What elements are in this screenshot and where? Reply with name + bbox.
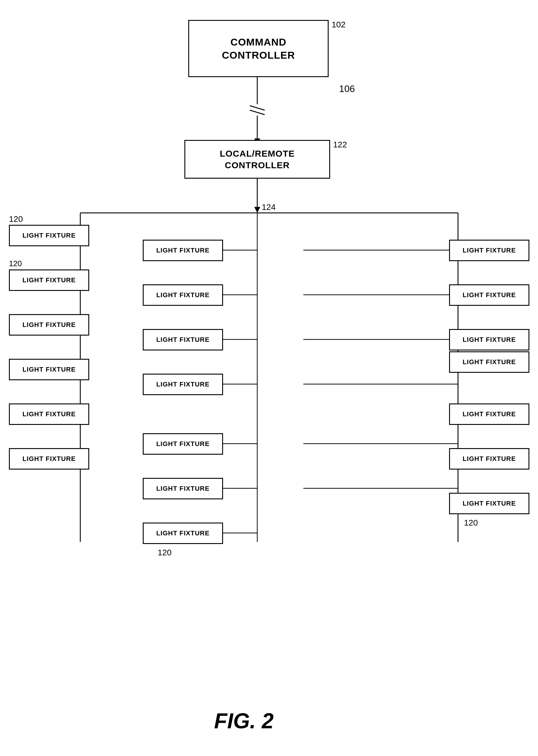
ref-120-left-top: 120 bbox=[9, 215, 23, 224]
command-controller-box: COMMAND CONTROLLER bbox=[188, 20, 329, 77]
ref-106: 106 bbox=[339, 83, 355, 94]
center-fixture-6: LIGHT FIXTURE bbox=[143, 478, 223, 499]
local-remote-label: LOCAL/REMOTE CONTROLLER bbox=[220, 148, 295, 171]
ref-120-left-second: 120 bbox=[9, 259, 22, 268]
svg-line-2 bbox=[250, 110, 265, 115]
right-fixture-4: LIGHT FIXTURE bbox=[449, 351, 529, 373]
diagram: COMMAND CONTROLLER 102 106 LOCAL/REMOTE … bbox=[0, 0, 538, 756]
center-fixture-7: LIGHT FIXTURE bbox=[143, 523, 223, 544]
center-fixture-5: LIGHT FIXTURE bbox=[143, 433, 223, 455]
left-fixture-3: LIGHT FIXTURE bbox=[9, 314, 89, 336]
center-fixture-1: LIGHT FIXTURE bbox=[143, 240, 223, 261]
ref-102: 102 bbox=[332, 20, 346, 30]
right-fixture-3: LIGHT FIXTURE bbox=[449, 329, 529, 350]
center-fixture-2: LIGHT FIXTURE bbox=[143, 284, 223, 306]
figure-label: FIG. 2 bbox=[214, 709, 274, 733]
left-fixture-4: LIGHT FIXTURE bbox=[9, 359, 89, 380]
left-fixture-5: LIGHT FIXTURE bbox=[9, 404, 89, 425]
command-controller-label: COMMAND CONTROLLER bbox=[222, 35, 295, 62]
svg-marker-6 bbox=[254, 207, 260, 213]
center-fixture-4: LIGHT FIXTURE bbox=[143, 374, 223, 395]
right-fixture-1: LIGHT FIXTURE bbox=[449, 240, 529, 261]
ref-120-right-bottom: 120 bbox=[464, 518, 478, 528]
center-fixture-3: LIGHT FIXTURE bbox=[143, 329, 223, 350]
right-fixture-7: LIGHT FIXTURE bbox=[449, 493, 529, 514]
ref-124: 124 bbox=[262, 203, 276, 212]
local-remote-box: LOCAL/REMOTE CONTROLLER bbox=[185, 140, 330, 179]
ref-122: 122 bbox=[333, 140, 347, 150]
right-fixture-6: LIGHT FIXTURE bbox=[449, 448, 529, 470]
right-fixture-2: LIGHT FIXTURE bbox=[449, 284, 529, 306]
svg-line-1 bbox=[250, 106, 265, 110]
left-fixture-1: LIGHT FIXTURE bbox=[9, 225, 89, 246]
right-fixture-5: LIGHT FIXTURE bbox=[449, 404, 529, 425]
left-fixture-6: LIGHT FIXTURE bbox=[9, 448, 89, 470]
ref-120-center-bottom: 120 bbox=[158, 548, 172, 557]
left-fixture-2: LIGHT FIXTURE bbox=[9, 270, 89, 291]
